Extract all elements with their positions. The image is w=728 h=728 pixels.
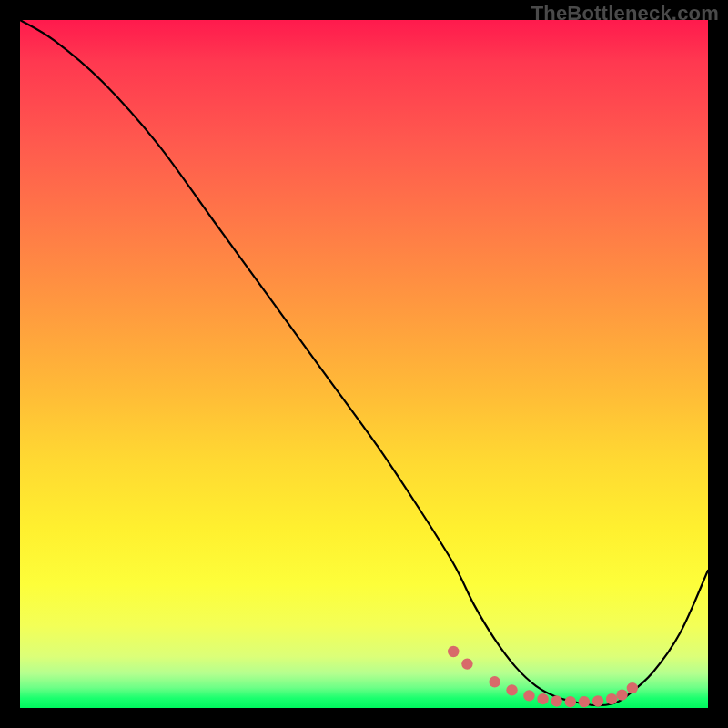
marker-dot [627,682,638,693]
marker-dot [489,676,500,687]
marker-dot [448,646,459,657]
marker-dot [565,696,576,707]
marker-dot [461,658,472,669]
marker-dot [551,695,561,706]
marker-dot [537,693,548,704]
marker-dot [606,693,617,704]
marker-group [448,646,638,708]
marker-dot [579,696,590,707]
chart-frame: TheBottleneck.com [0,0,728,728]
marker-dot [616,689,627,700]
bottleneck-curve-svg [20,20,708,708]
marker-dot [506,684,517,695]
marker-dot [523,690,534,701]
marker-dot [592,695,603,706]
main-curve [20,20,708,705]
gradient-plot-area [20,20,708,708]
watermark-label: TheBottleneck.com [531,2,719,25]
